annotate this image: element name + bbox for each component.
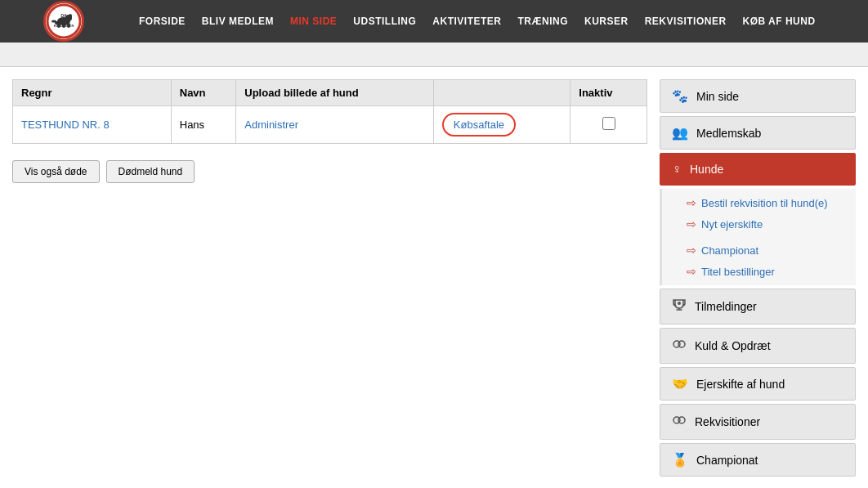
doedmeld-button[interactable]: Dødmeld hund	[106, 160, 195, 183]
vis-doede-button[interactable]: Vis også døde	[12, 160, 100, 183]
nav-kurser[interactable]: KURSER	[576, 16, 637, 27]
handshake-icon: 🤝	[672, 376, 688, 392]
sidebar-item-championat[interactable]: 🏅 Championat	[660, 443, 856, 477]
administrer-link[interactable]: Administrer	[244, 119, 298, 131]
nav-aktiviteter[interactable]: AKTIVITETER	[424, 16, 509, 27]
svg-point-9	[62, 23, 65, 28]
sidebar-sub-bestil-rekvisition[interactable]: ⇨ Bestil rekvisition til hund(e)	[678, 192, 856, 213]
col-upload: Upload billede af hund	[236, 80, 434, 106]
arrow-icon-2: ⇨	[687, 217, 696, 231]
cell-navn: Hans	[171, 106, 236, 144]
svg-point-11	[51, 20, 56, 23]
nav-udstilling[interactable]: UDSTILLING	[345, 16, 424, 27]
action-buttons: Vis også døde Dødmeld hund	[12, 160, 647, 183]
sidebar-item-hunde[interactable]: ♀ Hunde	[660, 153, 856, 186]
cell-inaktiv	[570, 106, 647, 144]
dogs-table: Regnr Navn Upload billede af hund Inakti…	[12, 79, 647, 144]
sidebar-sub-hunde: ⇨ Bestil rekvisition til hund(e) ⇨ Nyt e…	[660, 189, 856, 285]
logo-icon: DA FOR HUNDEEJER	[43, 1, 84, 42]
cell-regnr: TESTHUND NR. 8	[13, 106, 172, 144]
sidebar-label-championat: Championat	[696, 454, 758, 467]
arrow-icon-3: ⇨	[687, 244, 696, 257]
col-inaktiv: Inaktiv	[570, 80, 647, 106]
cell-upload: Administrer	[236, 106, 434, 144]
svg-point-14	[678, 341, 685, 347]
col-navn: Navn	[171, 80, 236, 106]
cell-koebsaftale: Købsaftale	[433, 106, 570, 144]
sidebar-label-hunde: Hunde	[690, 163, 723, 176]
svg-point-10	[67, 23, 70, 28]
sidebar-label-rekvisitioner: Rekvisitioner	[695, 415, 760, 428]
sidebar-item-medlemskab[interactable]: 👥 Medlemskab	[660, 116, 856, 150]
female-icon: ♀	[672, 162, 682, 177]
medal-icon: 🏅	[672, 452, 688, 468]
sidebar-label-min-side: Min side	[696, 90, 739, 103]
sidebar-item-min-side[interactable]: 🐾 Min side	[660, 79, 856, 113]
inaktiv-checkbox[interactable]	[602, 117, 615, 130]
table-row: TESTHUND NR. 8 Hans Administrer Købsafta…	[13, 106, 647, 144]
koebsaftale-button[interactable]: Købsaftale	[442, 113, 516, 137]
svg-point-12	[678, 302, 681, 305]
nav-koeb-af-hund[interactable]: KØB AF HUND	[735, 16, 824, 27]
col-regnr: Regnr	[13, 80, 172, 106]
sidebar-label-medlemskab: Medlemskab	[696, 127, 761, 140]
content-area: Regnr Navn Upload billede af hund Inakti…	[12, 79, 647, 480]
svg-point-16	[678, 417, 685, 423]
top-navigation: FORSIDE BLIV MEDLEM MIN SIDE UDSTILLING …	[0, 0, 868, 43]
members-icon: 👥	[672, 125, 688, 141]
col-empty	[433, 80, 570, 106]
svg-point-8	[57, 23, 60, 28]
nav-forside[interactable]: FORSIDE	[131, 16, 194, 27]
nav-traening[interactable]: TRÆNING	[510, 16, 577, 27]
sidebar: 🐾 Min side 👥 Medlemskab ♀ Hunde ⇨ Bestil…	[660, 79, 856, 480]
logo-area: DA FOR HUNDEEJER	[0, 0, 127, 43]
breed-icon	[672, 337, 687, 355]
sidebar-sub-nyt-ejerskifte[interactable]: ⇨ Nyt ejerskifte	[678, 213, 856, 235]
nav-rekvisitioner[interactable]: REKVISITIONER	[637, 16, 735, 27]
sidebar-label-ejerskifte: Ejerskifte af hund	[696, 378, 785, 391]
sidebar-sub-titel-bestillinger[interactable]: ⇨ Titel bestillinger	[678, 261, 856, 282]
paw-icon: 🐾	[672, 88, 688, 104]
subheader	[0, 43, 868, 67]
svg-point-6	[69, 14, 72, 19]
arrow-icon-1: ⇨	[687, 196, 696, 209]
sidebar-label-tilmeldinger: Tilmeldinger	[695, 300, 757, 313]
nav-min-side[interactable]: MIN SIDE	[282, 16, 345, 27]
sidebar-item-rekvisitioner[interactable]: Rekvisitioner	[660, 404, 856, 440]
sidebar-item-tilmeldinger[interactable]: Tilmeldinger	[660, 289, 856, 325]
arrow-icon-4: ⇨	[687, 265, 696, 278]
sidebar-item-ejerskifte[interactable]: 🤝 Ejerskifte af hund	[660, 367, 856, 401]
sidebar-label-kuld-opdraet: Kuld & Opdræt	[695, 339, 771, 352]
regnr-link[interactable]: TESTHUND NR. 8	[21, 119, 110, 131]
main-layout: Regnr Navn Upload billede af hund Inakti…	[0, 67, 868, 488]
rekvisition-icon	[672, 413, 687, 431]
nav-bliv-medlem[interactable]: BLIV MEDLEM	[194, 16, 282, 27]
sidebar-sub-championat[interactable]: ⇨ Championat	[678, 240, 856, 261]
sidebar-item-kuld-opdraet[interactable]: Kuld & Opdræt	[660, 328, 856, 364]
trophy-icon	[672, 298, 687, 316]
